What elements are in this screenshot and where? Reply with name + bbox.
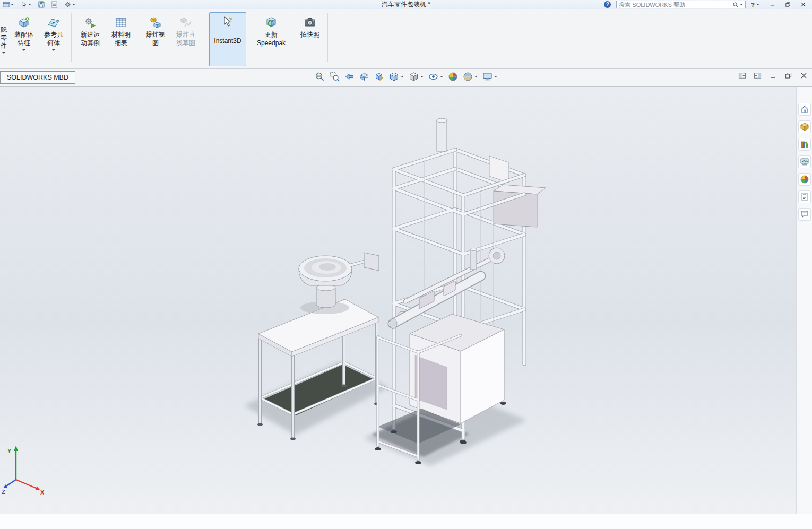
- dropdown-caret[interactable]: [440, 76, 443, 77]
- ribbon-button-explode-line-sketch[interactable]: 爆炸直 线草图: [170, 12, 201, 66]
- assembly-3d-model[interactable]: [0, 87, 796, 514]
- ribbon-separator: [205, 13, 205, 62]
- collapse-pane-left-icon[interactable]: [738, 72, 746, 80]
- exploded-view-icon: [149, 15, 162, 30]
- view-settings-icon[interactable]: [482, 72, 497, 82]
- assembly-features-icon: [18, 15, 30, 30]
- close-icon: [800, 2, 806, 7]
- ribbon-separator: [250, 13, 250, 62]
- appearances-icon[interactable]: [798, 173, 811, 186]
- chute-box: [494, 185, 546, 227]
- search-box: [616, 1, 746, 8]
- display-style-icon[interactable]: [409, 72, 424, 82]
- forum-icon[interactable]: [798, 208, 811, 221]
- doc-close-button[interactable]: [800, 72, 808, 80]
- apply-scene-icon[interactable]: [463, 72, 478, 82]
- explode-line-sketch-icon: [179, 15, 192, 30]
- triad-z-label: Z: [2, 489, 5, 495]
- view-orientation-icon[interactable]: [389, 72, 404, 82]
- document-band: SOLIDWORKS MBD: [0, 69, 812, 86]
- ribbon-button-take-snapshot[interactable]: 拍快照: [296, 12, 324, 66]
- search-input[interactable]: [617, 2, 730, 8]
- dropdown-caret[interactable]: [494, 76, 497, 77]
- minimize-button[interactable]: [765, 1, 780, 9]
- ribbon-separator: [139, 13, 139, 62]
- document-window-controls: [738, 72, 808, 80]
- help-question-glyph: ?: [751, 2, 755, 8]
- custom-properties-icon[interactable]: [798, 190, 811, 203]
- command-manager-ribbon: 隐 零 件 装配体 特征 参考几 何体 新建运 动算例: [0, 9, 812, 69]
- headsup-view-toolbar: [315, 72, 497, 82]
- doc-restore-button[interactable]: [784, 72, 792, 80]
- section-view-icon[interactable]: [359, 72, 369, 82]
- collapse-pane-right-icon[interactable]: [754, 72, 762, 80]
- instant3d-icon: [221, 15, 234, 30]
- top-cylinder: [437, 118, 447, 151]
- ribbon-separator: [327, 13, 328, 62]
- new-motion-study-icon: [84, 15, 97, 30]
- design-library-icon[interactable]: [798, 138, 811, 151]
- hide-show-items-icon[interactable]: [428, 72, 443, 82]
- ribbon-button-hide-components[interactable]: 隐 零 件: [0, 12, 9, 65]
- close-icon: [800, 72, 808, 80]
- minimize-icon: [770, 2, 775, 7]
- tab-solidworks-mbd[interactable]: SOLIDWORKS MBD: [0, 71, 75, 84]
- minimize-icon: [769, 72, 777, 80]
- ribbon-button-bill-of-materials[interactable]: 材料明 细表: [107, 12, 135, 66]
- triad-y-label: Y: [7, 448, 12, 454]
- edit-appearance-icon[interactable]: [448, 72, 458, 82]
- coordinate-triad: Y X Z: [1, 437, 54, 496]
- update-speedpak-icon: [265, 15, 278, 30]
- dropdown-caret[interactable]: [474, 76, 478, 77]
- search-icon[interactable]: [730, 1, 745, 8]
- home-icon[interactable]: [798, 103, 811, 116]
- graphics-area[interactable]: Y X Z: [0, 86, 812, 514]
- dropdown-caret[interactable]: [2, 52, 5, 54]
- triad-x-label: X: [40, 489, 45, 496]
- restore-icon: [784, 72, 792, 80]
- select-cursor-icon[interactable]: [20, 1, 31, 8]
- solidworks-window: 汽车零件包装机 * ? ?: [0, 0, 812, 529]
- ribbon-separator: [292, 13, 292, 62]
- close-button[interactable]: [796, 1, 811, 9]
- ribbon-button-new-motion-study[interactable]: 新建运 动算例: [75, 12, 105, 66]
- ribbon-separator: [71, 13, 72, 62]
- task-pane-strip: [796, 87, 812, 514]
- file-explorer-icon[interactable]: [798, 155, 811, 168]
- dropdown-caret[interactable]: [52, 49, 55, 51]
- zoom-area-icon[interactable]: [330, 72, 340, 82]
- window-controls: [765, 1, 811, 9]
- ribbon-button-instant3d[interactable]: Instant3D: [209, 12, 246, 66]
- options-gear-icon[interactable]: [64, 1, 75, 8]
- doc-minimize-button[interactable]: [769, 72, 777, 80]
- ribbon-button-reference-geometry[interactable]: 参考几 何体: [40, 12, 67, 66]
- view-palette-icon[interactable]: [3, 1, 14, 8]
- dropdown-caret[interactable]: [420, 76, 424, 77]
- restore-button[interactable]: [780, 1, 796, 9]
- dropdown-caret[interactable]: [401, 76, 404, 77]
- 3d-drawing-view-icon[interactable]: [374, 72, 384, 82]
- ribbon-button-assembly-features[interactable]: 装配体 特征: [10, 12, 38, 66]
- help-circle-icon[interactable]: ?: [604, 1, 611, 8]
- restore-icon: [785, 2, 791, 7]
- dropdown-caret[interactable]: [22, 49, 25, 51]
- resources-icon[interactable]: [798, 120, 811, 133]
- bowl-feeder: [299, 253, 379, 314]
- reference-geometry-icon: [47, 15, 60, 30]
- quick-access-toolbar: [0, 1, 75, 8]
- title-bar: 汽车零件包装机 * ? ?: [0, 0, 812, 9]
- status-bar: [0, 514, 812, 529]
- ribbon-button-exploded-view[interactable]: 爆炸视 图: [143, 12, 168, 66]
- take-snapshot-icon: [304, 15, 316, 30]
- bill-of-materials-icon: [115, 15, 127, 30]
- ribbon-button-update-speedpak[interactable]: 更新 Speedpak: [254, 12, 288, 66]
- zoom-fit-icon[interactable]: [315, 72, 325, 82]
- sheet-icon[interactable]: [51, 1, 58, 8]
- save-icon[interactable]: [38, 1, 45, 8]
- help-menu[interactable]: ?: [751, 2, 759, 8]
- previous-view-icon[interactable]: [344, 72, 355, 82]
